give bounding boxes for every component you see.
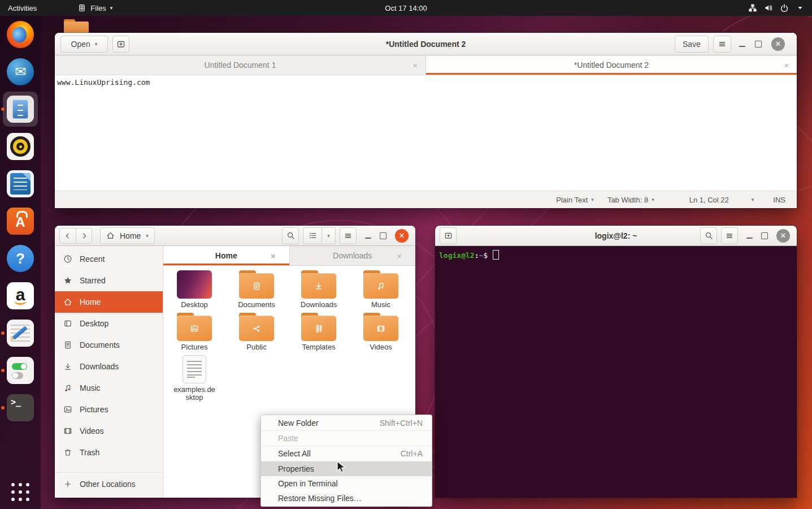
trash-icon — [63, 448, 72, 457]
open-button[interactable]: Open ▾ — [60, 36, 108, 53]
forward-button[interactable] — [76, 228, 92, 244]
view-options-button[interactable]: ▾ — [322, 227, 336, 244]
minimize-button[interactable] — [365, 238, 371, 239]
menu-button[interactable] — [340, 227, 357, 244]
maximize-button[interactable] — [761, 232, 768, 239]
terminal-content[interactable]: logix@l2:~$ — [435, 246, 797, 498]
minimize-button[interactable] — [739, 46, 745, 47]
dock-terminal[interactable]: >_ — [7, 394, 34, 421]
app-menu-files[interactable]: Files ▾ — [70, 0, 120, 16]
text-editor-area[interactable]: www.LinuxUprising.com — [55, 75, 797, 191]
dock-files[interactable] — [7, 96, 34, 123]
menu-item-open-in-terminal[interactable]: Open in Terminal — [261, 476, 432, 491]
minimize-button[interactable] — [746, 238, 753, 239]
files-headerbar[interactable]: Home ▾ ▾ — [55, 226, 415, 246]
close-button[interactable]: ✕ — [771, 37, 785, 51]
sidebar-item-other-locations[interactable]: Other Locations — [55, 472, 163, 495]
menu-item-restore-missing-files[interactable]: Restore Missing Files… — [261, 491, 432, 506]
language-selector[interactable]: Plain Text▾ — [556, 196, 594, 204]
sidebar-item-trash[interactable]: Trash — [55, 442, 163, 463]
hamburger-icon — [344, 231, 353, 240]
star-icon — [63, 276, 72, 285]
close-icon[interactable]: × — [397, 252, 402, 260]
menu-item-properties[interactable]: Properties — [261, 461, 432, 476]
tab-width-selector[interactable]: Tab Width: 8▾ — [607, 196, 654, 204]
search-button[interactable] — [282, 227, 299, 244]
folder-templates-icon — [301, 313, 336, 341]
tab-untitled-document-2[interactable]: *Untitled Document 2 × — [426, 55, 797, 75]
dock-rhythmbox[interactable] — [7, 133, 34, 160]
sidebar-item-downloads[interactable]: Downloads — [55, 356, 163, 377]
file-item-videos[interactable]: Videos — [350, 313, 412, 355]
menu-button[interactable] — [721, 227, 738, 244]
file-item-music[interactable]: Music — [350, 270, 412, 313]
tab-home[interactable]: Home × — [163, 246, 290, 265]
system-status-area[interactable] — [746, 0, 812, 16]
gedit-window: Open ▾ *Untitled Document 2 Save ✕ — [55, 33, 797, 208]
terminal-cursor — [493, 250, 499, 260]
dock-settings[interactable] — [7, 357, 34, 384]
file-item-templates[interactable]: Templates — [288, 313, 350, 355]
gedit-window-title: *Untitled Document 2 — [386, 40, 466, 49]
file-item-documents[interactable]: Documents — [225, 270, 288, 313]
sidebar-item-pictures[interactable]: Pictures — [55, 399, 163, 420]
file-item-downloads[interactable]: Downloads — [288, 270, 350, 313]
activities-button[interactable]: Activities — [0, 0, 45, 16]
save-button[interactable]: Save — [675, 36, 709, 53]
file-item-public[interactable]: Public — [225, 313, 288, 355]
close-icon[interactable]: × — [412, 61, 418, 70]
sidebar-item-home[interactable]: Home — [55, 291, 163, 313]
files-icon — [7, 96, 34, 123]
list-view-button[interactable] — [303, 227, 322, 244]
dock-text-editor[interactable] — [7, 320, 34, 347]
input-mode[interactable]: INS — [773, 196, 785, 204]
close-button[interactable]: ✕ — [395, 229, 409, 243]
dock-show-applications[interactable] — [7, 478, 34, 506]
close-button[interactable]: ✕ — [776, 229, 790, 243]
sidebar-item-recent[interactable]: Recent — [55, 248, 163, 270]
menu-item-select-all[interactable]: Select All Ctrl+A — [261, 446, 432, 461]
back-button[interactable] — [59, 228, 76, 244]
sidebar-item-starred[interactable]: Starred — [55, 270, 163, 291]
clock[interactable]: Oct 17 14:00 — [379, 0, 432, 16]
terminal-window: logix@l2: ~ ✕ logix@l2:~$ — [435, 226, 797, 498]
sidebar-item-documents[interactable]: Documents — [55, 334, 163, 356]
file-item-pictures[interactable]: Pictures — [163, 313, 225, 355]
maximize-button[interactable] — [380, 232, 387, 239]
dock-help[interactable]: ? — [7, 245, 34, 272]
close-icon[interactable]: × — [271, 252, 276, 260]
menu-item-paste[interactable]: Paste — [261, 431, 432, 446]
file-item-examples-desktop[interactable]: examples.desktop — [163, 355, 225, 398]
cursor-position[interactable]: Ln 1, Col 22 — [689, 196, 729, 204]
show-applications-icon — [7, 478, 34, 506]
sidebar-item-desktop[interactable]: Desktop — [55, 313, 163, 334]
close-icon[interactable]: × — [784, 61, 789, 70]
menu-button[interactable] — [713, 36, 731, 53]
dock-libreoffice-writer[interactable] — [7, 170, 34, 197]
dock-ubuntu-software[interactable]: A — [7, 208, 34, 235]
file-item-desktop[interactable]: Desktop — [163, 270, 225, 313]
new-tab-button[interactable] — [112, 36, 129, 53]
search-button[interactable] — [700, 227, 717, 244]
gedit-headerbar[interactable]: Open ▾ *Untitled Document 2 Save ✕ — [55, 33, 797, 55]
sidebar-item-music[interactable]: Music — [55, 377, 163, 399]
terminal-headerbar[interactable]: logix@l2: ~ ✕ — [435, 226, 797, 246]
tab-untitled-document-1[interactable]: Untitled Document 1 × — [55, 55, 426, 75]
mouse-cursor — [337, 461, 346, 474]
navigation-buttons — [59, 228, 92, 244]
new-tab-button[interactable] — [440, 227, 457, 244]
running-indicator — [1, 406, 5, 409]
maximize-button[interactable] — [755, 41, 762, 48]
dock-amazon[interactable]: a — [7, 282, 34, 309]
menu-item-new-folder[interactable]: New Folder Shift+Ctrl+N — [261, 416, 432, 431]
sidebar-item-videos[interactable]: Videos — [55, 420, 163, 442]
location-button[interactable]: Home ▾ — [100, 227, 155, 244]
ubuntu-software-icon: A — [7, 208, 34, 235]
help-icon: ? — [7, 245, 34, 272]
dock-thunderbird[interactable]: ✉ — [7, 58, 34, 85]
dock-firefox[interactable] — [7, 21, 34, 48]
location-label: Home — [120, 231, 141, 240]
goto-line-dropdown[interactable]: ▾ — [752, 197, 754, 202]
tab-downloads[interactable]: Downloads × — [290, 246, 416, 265]
home-icon — [63, 297, 72, 307]
